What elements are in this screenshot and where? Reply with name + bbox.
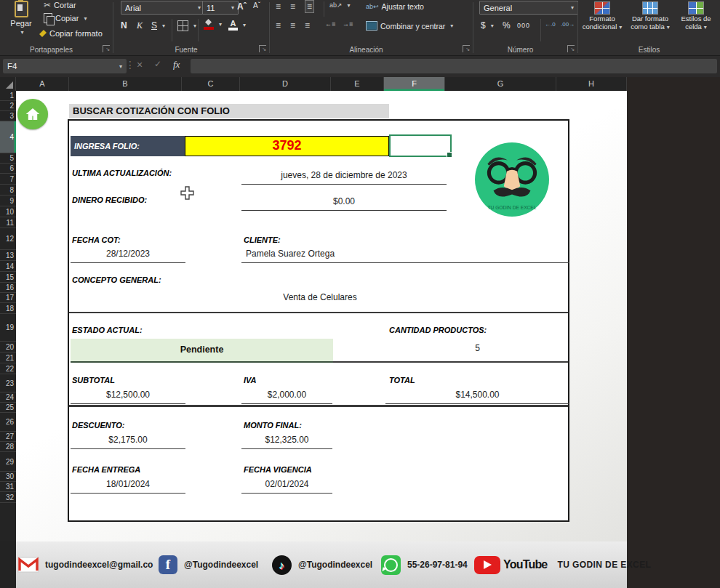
row-header-14[interactable]: 14 xyxy=(0,261,16,272)
conditional-formatting-button[interactable]: Formato condicional▾ xyxy=(580,1,625,31)
paste-button[interactable]: Pegar ▾ xyxy=(4,1,38,43)
row-header-9[interactable]: 9 xyxy=(0,196,16,206)
row-header-11[interactable]: 11 xyxy=(0,217,16,228)
row-header-29[interactable]: 29 xyxy=(0,452,16,472)
italic-button[interactable]: K xyxy=(137,20,143,31)
row-header-31[interactable]: 31 xyxy=(0,482,16,492)
whatsapp-icon[interactable] xyxy=(381,555,401,575)
merge-center-button[interactable]: Combinar y centrar ▾ xyxy=(366,21,453,31)
row-header-20[interactable]: 20 xyxy=(0,342,16,353)
borders-button[interactable]: ▾ xyxy=(177,20,196,31)
row-header-24[interactable]: 24 xyxy=(0,392,16,403)
format-as-table-button[interactable]: Dar formato como tabla▾ xyxy=(626,1,674,31)
row-header-17[interactable]: 17 xyxy=(0,293,16,303)
increase-indent-button[interactable]: →≡ xyxy=(343,20,353,28)
increase-font-button[interactable]: Aˆ xyxy=(237,1,247,12)
row-header-5[interactable]: 5 xyxy=(0,153,16,164)
youtube-wordmark: YouTube xyxy=(503,558,547,571)
orientation-button[interactable]: ab↗▾ xyxy=(329,1,351,9)
percent-format-button[interactable]: % xyxy=(503,20,511,31)
chevron-down-icon: ▾ xyxy=(84,15,87,22)
column-header-A[interactable]: A xyxy=(16,77,69,91)
bold-button[interactable]: N xyxy=(121,20,127,31)
row-header-27[interactable]: 27 xyxy=(0,432,16,442)
row-header-6[interactable]: 6 xyxy=(0,164,16,174)
decrease-font-button[interactable]: Aˇ xyxy=(253,1,260,9)
conditional-formatting-icon xyxy=(594,1,610,15)
copy-button[interactable]: Copiar ▾ xyxy=(44,13,87,23)
row-header-21[interactable]: 21 xyxy=(0,353,16,363)
currency-format-button[interactable]: $▾ xyxy=(481,20,494,31)
row-header-28[interactable]: 28 xyxy=(0,442,16,452)
row-header-19[interactable]: 19 xyxy=(0,314,16,342)
column-header-F[interactable]: F xyxy=(384,77,445,91)
row-header-25[interactable]: 25 xyxy=(0,403,16,413)
column-header-D[interactable]: D xyxy=(240,77,331,91)
column-header-H[interactable]: H xyxy=(556,77,627,91)
enter-button[interactable]: ✓ xyxy=(154,59,161,69)
row-header-10[interactable]: 10 xyxy=(0,206,16,217)
formula-input[interactable] xyxy=(191,59,717,73)
comma-format-button[interactable]: 000 xyxy=(517,22,530,29)
cut-button[interactable]: ✂ Cortar xyxy=(44,0,76,10)
insert-function-button[interactable]: fx xyxy=(173,59,180,71)
row-header-26[interactable]: 26 xyxy=(0,413,16,432)
tiktok-icon[interactable]: ♪ xyxy=(272,555,292,575)
font-color-button[interactable]: A▾ xyxy=(228,19,246,31)
row-header-15[interactable]: 15 xyxy=(0,272,16,283)
column-header-B[interactable]: B xyxy=(69,77,182,91)
row-header-30[interactable]: 30 xyxy=(0,472,16,482)
email-contact: tugodindeexcel@gmail.co xyxy=(17,541,153,588)
home-button[interactable] xyxy=(17,99,48,129)
alignment-dialog-launcher[interactable]: ↘ xyxy=(463,45,470,52)
align-middle-button[interactable]: ≡ xyxy=(290,1,295,12)
row-header-7[interactable]: 7 xyxy=(0,174,16,185)
row-header-22[interactable]: 22 xyxy=(0,363,16,374)
align-bottom-button[interactable]: ≡ xyxy=(305,0,314,13)
row-header-18[interactable]: 18 xyxy=(0,303,16,314)
column-header-C[interactable]: C xyxy=(182,77,240,91)
cancel-button[interactable]: × xyxy=(137,59,143,71)
font-size-select[interactable]: 11▾ xyxy=(202,1,239,15)
number-format-select[interactable]: General▾ xyxy=(479,1,578,15)
cell-styles-button[interactable]: Estilos de celda▾ xyxy=(676,1,716,31)
increase-decimal-button[interactable]: ←.0 xyxy=(545,21,556,28)
font-dialog-launcher[interactable]: ↘ xyxy=(259,45,266,52)
name-box[interactable]: F4 ▾ xyxy=(3,59,127,73)
gmail-icon[interactable] xyxy=(17,557,39,573)
youtube-icon[interactable] xyxy=(474,556,500,574)
row-header-13[interactable]: 13 xyxy=(0,250,16,261)
discount-value: $2,175.00 xyxy=(71,435,185,449)
align-right-button[interactable]: ≡ xyxy=(305,20,310,31)
row-header-16[interactable]: 16 xyxy=(0,283,16,293)
column-header-E[interactable]: E xyxy=(331,77,384,91)
column-headers: ABCDEFGH xyxy=(0,77,627,91)
last-update-label: ULTIMA ACTUALIZACIÓN: xyxy=(72,169,172,177)
row-header-8[interactable]: 8 xyxy=(0,185,16,196)
clipboard-dialog-launcher[interactable]: ↘ xyxy=(103,45,110,52)
copy-icon xyxy=(44,13,52,23)
number-dialog-launcher[interactable]: ↘ xyxy=(567,45,575,52)
decrease-decimal-button[interactable]: .00→ xyxy=(561,21,575,28)
folio-input[interactable]: 3792 xyxy=(185,136,389,156)
row-header-12[interactable]: 12 xyxy=(0,228,16,250)
align-left-button[interactable]: ≡ xyxy=(276,20,281,31)
facebook-icon[interactable]: f xyxy=(159,555,177,574)
align-center-button[interactable]: ≡ xyxy=(290,20,295,31)
selected-cell-f4[interactable] xyxy=(389,134,452,157)
font-family-select[interactable]: Arial▾ xyxy=(121,1,205,15)
column-header-G[interactable]: G xyxy=(445,77,556,91)
row-header-2[interactable]: 2 xyxy=(0,101,16,111)
row-header-4[interactable]: 4 xyxy=(0,121,16,153)
format-painter-button[interactable]: Copiar formato xyxy=(39,29,103,38)
fill-color-button[interactable]: ▾ xyxy=(204,19,222,30)
row-header-3[interactable]: 3 xyxy=(0,111,16,121)
underline-button[interactable]: S▾ xyxy=(151,20,165,31)
decrease-indent-button[interactable]: ←≡ xyxy=(325,20,335,28)
select-all-corner[interactable] xyxy=(0,77,16,91)
align-top-button[interactable]: ≡ xyxy=(276,1,281,12)
wrap-text-button[interactable]: ab↩ Ajustar texto xyxy=(366,2,424,11)
row-header-23[interactable]: 23 xyxy=(0,374,16,392)
row-header-32[interactable]: 32 xyxy=(0,492,16,503)
row-header-1[interactable]: 1 xyxy=(0,91,16,101)
